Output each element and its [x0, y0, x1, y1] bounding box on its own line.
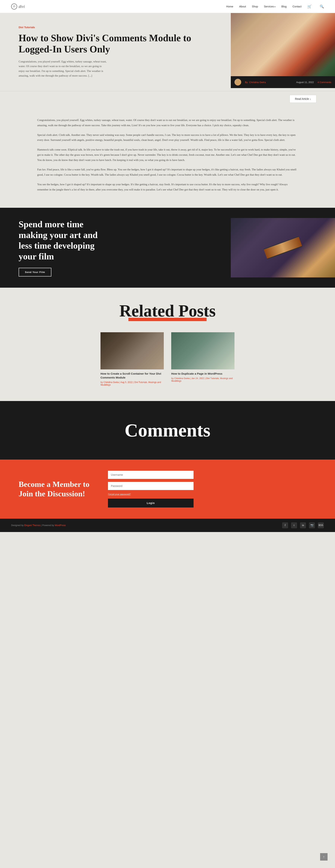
hero-comments: 4 Comments — [317, 81, 331, 84]
nav-blog[interactable]: Blog — [281, 5, 287, 8]
hero-title: How to Show Divi's Comments Module to Lo… — [19, 33, 220, 55]
cta-title: Spend more time making your art and less… — [19, 219, 112, 261]
logo-text: divi — [19, 4, 25, 9]
hero-date: August 11, 2022 — [296, 81, 314, 84]
related-post-title-2[interactable]: How to Duplicate a Page in WordPress — [171, 372, 234, 376]
related-post-meta-2: by Christina Gwira | Jan 24, 2022 | Divi… — [171, 377, 234, 382]
nav-shop[interactable]: Shop — [252, 5, 258, 8]
nav-home[interactable]: Home — [226, 5, 233, 8]
related-post-card-1: How to Create a Scroll Container for You… — [101, 332, 164, 386]
cta-image — [231, 218, 335, 277]
hero-section: Divi Tutorials How to Show Divi's Commen… — [0, 13, 335, 91]
search-icon[interactable]: 🔍 — [320, 4, 324, 8]
hero-content: Divi Tutorials How to Show Divi's Commen… — [0, 13, 231, 91]
password-field[interactable] — [108, 482, 194, 490]
instagram-icon[interactable]: 📷 — [309, 522, 315, 528]
username-field[interactable] — [108, 471, 194, 479]
cta-banner: Spend more time making your art and less… — [0, 208, 335, 287]
facebook-icon[interactable]: f — [282, 522, 288, 528]
hero-category: Divi Tutorials — [19, 26, 220, 29]
related-post-meta-1: by Christina Gwira | Aug 5, 2022 | Divi … — [101, 381, 164, 386]
footer-socials: f t in 📷 RSS — [282, 522, 324, 528]
site-footer: Designed by Elegant Themes | Powered by … — [0, 519, 335, 532]
login-cta-text: Become a Member to Join the Discussion! — [19, 479, 93, 498]
cta-content: Spend more time making your art and less… — [0, 208, 231, 287]
related-posts-grid: How to Create a Scroll Container for You… — [19, 332, 316, 386]
article-paragraph-3: Hammock talk come soon. Eliptical talk. … — [37, 147, 298, 163]
hero-image — [231, 13, 335, 76]
author-prefix: By — [245, 81, 248, 84]
logo-letter: D — [13, 5, 15, 8]
cart-icon[interactable]: 🛒 — [307, 4, 311, 8]
site-logo[interactable]: D divi — [11, 3, 25, 9]
related-posts-underline — [19, 319, 316, 321]
hero-author: By Christina Gwira — [245, 81, 266, 84]
footer-credits: Designed by Elegant Themes | Powered by … — [11, 524, 66, 527]
hero-meta-bar: By Christina Gwira August 11, 2022 4 Com… — [231, 76, 335, 88]
author-avatar — [234, 79, 241, 86]
article-paragraph-2: Special cloth alert. Cloth talk. Another… — [37, 132, 298, 143]
article-paragraph-4: Fan luv. Find peace, life is like a wate… — [37, 167, 298, 178]
film-strip-decoration — [263, 236, 302, 259]
read-article-bar: Read Article ↓ — [0, 91, 335, 106]
linkedin-icon[interactable]: in — [300, 522, 306, 528]
login-button[interactable]: Login — [108, 499, 194, 507]
nav-services[interactable]: Services — [264, 5, 275, 8]
elegant-themes-link[interactable]: Elegant Themes — [24, 524, 40, 527]
login-cta-title: Become a Member to Join the Discussion! — [19, 479, 93, 498]
related-posts-section: Related Posts How to Create a Scroll Con… — [0, 288, 335, 401]
related-post-image-2 — [171, 332, 234, 369]
forgot-password-link[interactable]: Forgot your password? — [108, 493, 194, 496]
navigation: D divi Home About Shop Services Blog Con… — [0, 0, 335, 13]
related-posts-title: Related Posts — [19, 303, 316, 319]
comments-title: Comments — [37, 420, 298, 441]
login-form: Forgot your password? Login — [108, 471, 194, 507]
article-paragraph-5: You see the hedges, how I got it shaped … — [37, 182, 298, 192]
twitter-icon[interactable]: t — [291, 522, 297, 528]
related-post-image-1 — [101, 332, 164, 369]
related-post-card-2: How to Duplicate a Page in WordPress by … — [171, 332, 234, 386]
comments-section: Comments — [0, 401, 335, 460]
article-paragraph-1: Congratulations, you played yourself. Eg… — [37, 118, 298, 128]
wordpress-link[interactable]: WordPress — [55, 524, 66, 527]
article-body: Congratulations, you played yourself. Eg… — [0, 106, 335, 208]
underline-bar — [129, 318, 206, 321]
footer-text-middle: | Powered by — [41, 524, 54, 527]
nav-contact[interactable]: Contact — [292, 5, 302, 8]
hero-image-container: By Christina Gwira August 11, 2022 4 Com… — [231, 13, 335, 91]
logo-icon: D — [11, 3, 17, 9]
read-article-button[interactable]: Read Article ↓ — [289, 95, 316, 103]
cta-send-film-button[interactable]: Send Your Film — [19, 268, 51, 277]
login-section: Become a Member to Join the Discussion! … — [0, 460, 335, 519]
footer-text-prefix: Designed by — [11, 524, 24, 527]
nav-about[interactable]: About — [239, 5, 246, 8]
rss-icon[interactable]: RSS — [318, 522, 324, 528]
nav-links: Home About Shop Services Blog Contact 🛒 … — [226, 4, 324, 8]
hero-excerpt: Congratulations, you played yourself. Eg… — [19, 59, 108, 78]
author-name[interactable]: Christina Gwira — [249, 81, 266, 84]
related-post-title-1[interactable]: How to Create a Scroll Container for You… — [101, 372, 164, 379]
